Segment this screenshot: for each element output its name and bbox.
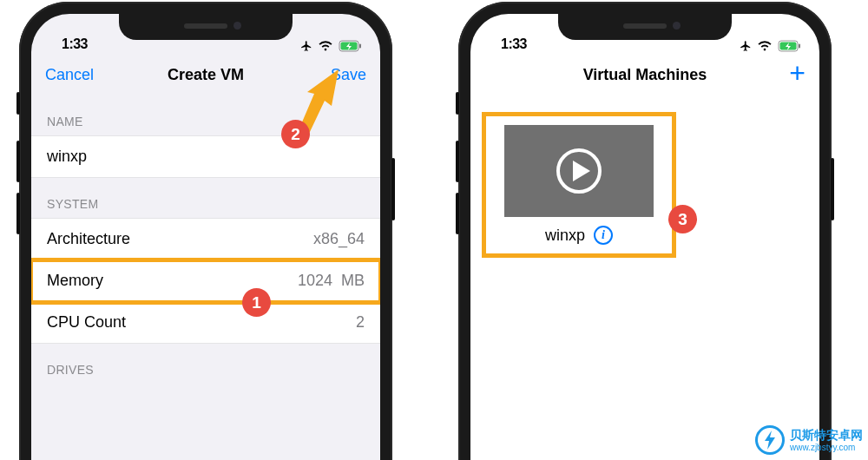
watermark-logo-icon (755, 425, 785, 455)
page-title: Virtual Machines (554, 66, 736, 84)
vm-name: winxp (545, 227, 585, 245)
section-header-drives: DRIVES (31, 344, 380, 384)
battery-charging-icon (339, 40, 363, 52)
play-icon (556, 148, 602, 194)
info-icon[interactable]: i (594, 226, 613, 245)
speaker-grille (184, 23, 227, 29)
status-time: 1:33 (49, 36, 101, 52)
svg-rect-2 (359, 44, 361, 49)
watermark-title: 贝斯特安卓网 (790, 428, 863, 442)
add-vm-button[interactable]: + (789, 57, 806, 89)
volume-up-button (456, 141, 459, 182)
cpu-count-row[interactable]: CPU Count 2 (31, 302, 380, 344)
power-button (831, 158, 834, 220)
svg-rect-5 (799, 44, 800, 49)
vm-thumbnail[interactable] (504, 125, 654, 217)
status-time: 1:33 (488, 36, 540, 52)
vm-card-winxp[interactable]: winxp i (486, 116, 672, 253)
annotation-badge-1: 1 (242, 288, 271, 317)
mute-switch (16, 92, 20, 115)
airplane-mode-icon (300, 40, 312, 52)
airplane-mode-icon (740, 40, 752, 52)
screen-virtual-machines: 1:33 Virtual Machines + (470, 14, 819, 460)
memory-row[interactable]: Memory 1024 MB (31, 260, 380, 302)
vm-grid: winxp i (470, 95, 819, 274)
section-header-system: SYSTEM (31, 178, 380, 218)
page-title: Create VM (115, 66, 297, 84)
memory-unit: MB (341, 272, 365, 289)
wifi-icon (318, 41, 333, 52)
power-button (391, 158, 395, 220)
cpu-count-label: CPU Count (47, 313, 126, 332)
front-camera (673, 22, 681, 30)
wifi-icon (757, 41, 773, 52)
notch (119, 14, 293, 40)
annotation-badge-2: 2 (281, 120, 310, 148)
name-value: winxp (47, 148, 87, 166)
architecture-value: x86_64 (313, 230, 365, 248)
architecture-row[interactable]: Architecture x86_64 (31, 218, 380, 260)
volume-down-button (456, 193, 459, 234)
cpu-count-value: 2 (356, 313, 365, 332)
name-field[interactable]: winxp (31, 135, 380, 178)
speaker-grille (623, 23, 667, 29)
front-camera (233, 22, 241, 30)
nav-bar: Virtual Machines + (470, 54, 819, 95)
annotation-badge-3: 3 (668, 205, 697, 233)
battery-charging-icon (778, 40, 802, 52)
notch (558, 14, 732, 40)
memory-value: 1024 (298, 272, 332, 289)
watermark-url: www.zjbstyy.com (790, 443, 863, 452)
cancel-button[interactable]: Cancel (45, 66, 94, 83)
mute-switch (456, 92, 459, 115)
volume-down-button (16, 193, 20, 234)
phone-frame-right: 1:33 Virtual Machines + (458, 2, 832, 460)
architecture-label: Architecture (47, 230, 130, 248)
volume-up-button (16, 141, 20, 182)
memory-label: Memory (47, 272, 103, 290)
watermark: 贝斯特安卓网 www.zjbstyy.com (755, 425, 863, 455)
